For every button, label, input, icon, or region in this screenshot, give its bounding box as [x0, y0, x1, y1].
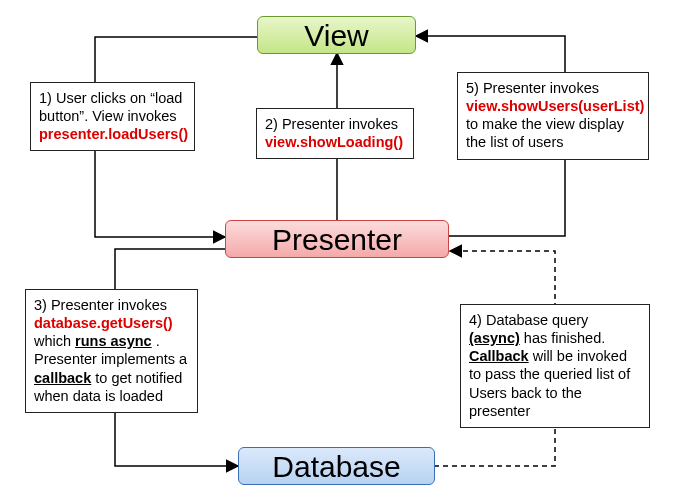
step-4-mid: has finished.: [524, 330, 605, 346]
node-view: View: [257, 16, 416, 54]
step-5: 5) Presenter invokes view.showUsers(user…: [457, 72, 649, 160]
step-3-em2: callback: [34, 370, 91, 386]
step-3-code: database.getUsers(): [34, 315, 173, 331]
step-1: 1) User clicks on “load button”. View in…: [30, 82, 195, 151]
step-5-tail: to make the view display the list of use…: [466, 116, 624, 150]
step-5-code: view.showUsers(userList): [466, 98, 644, 114]
node-database: Database: [238, 447, 435, 485]
node-presenter: Presenter: [225, 220, 449, 258]
step-1-text: 1) User clicks on “load button”. View in…: [39, 90, 182, 124]
step-1-code: presenter.loadUsers(): [39, 126, 188, 142]
step-3: 3) Presenter invokes database.getUsers()…: [25, 289, 198, 413]
step-2-text: 2) Presenter invokes: [265, 116, 398, 132]
step-2-code: view.showLoading(): [265, 134, 403, 150]
step-4-em1: (async): [469, 330, 520, 346]
step-4-em2: Callback: [469, 348, 529, 364]
step-4-text: 4) Database query: [469, 312, 588, 328]
step-3-mid: which: [34, 333, 75, 349]
step-4: 4) Database query (async) has finished. …: [460, 304, 650, 428]
diagram-stage: View Presenter Database 1) User clicks o…: [0, 0, 680, 501]
step-2: 2) Presenter invokes view.showLoading(): [256, 108, 414, 159]
step-3-text: 3) Presenter invokes: [34, 297, 167, 313]
step-3-em1: runs async: [75, 333, 152, 349]
step-5-text: 5) Presenter invokes: [466, 80, 599, 96]
